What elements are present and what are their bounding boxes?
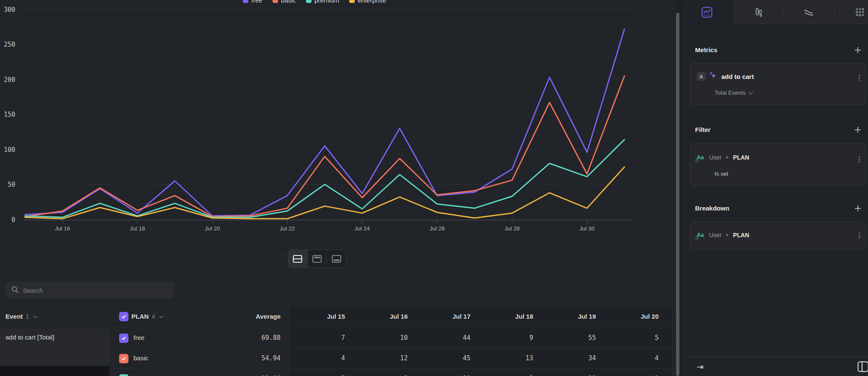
- row-label: basic: [134, 354, 148, 362]
- split-panel-icon[interactable]: [857, 361, 868, 374]
- date-column-header: Jul 19: [545, 310, 596, 323]
- header-divider: [0, 328, 673, 328]
- x-axis-tick-label: Jul 20: [205, 225, 220, 232]
- panel-resize-scrollbar[interactable]: [676, 13, 679, 376]
- layout-switcher: [288, 250, 346, 268]
- layout-table-bottom-button[interactable]: [327, 250, 346, 267]
- right-sidebar: Metrics A add to cart Total Events Filte…: [681, 0, 868, 376]
- chevron-right-icon: [726, 233, 729, 237]
- x-axis-tick-label: Jul 22: [280, 225, 295, 232]
- average-value: 54.94: [234, 354, 281, 362]
- main-panel: freebasicpremiumenterprise 0501001502002…: [0, 0, 676, 376]
- breakdown-card[interactable]: Aa User PLAN: [690, 222, 867, 250]
- tab-line-chart[interactable]: [701, 7, 712, 18]
- breakdown-entity: User: [709, 232, 722, 239]
- row-checkbox-free[interactable]: [119, 334, 128, 343]
- date-column-header: Jul 15: [294, 310, 345, 323]
- cell-value: 7: [298, 334, 345, 342]
- row-divider: [113, 348, 673, 348]
- tab-chart-grid[interactable]: [854, 7, 865, 18]
- y-axis-tick-label: 200: [4, 76, 15, 84]
- cell-value: 9: [487, 334, 533, 342]
- x-axis-tick-label: Jul 26: [429, 225, 445, 232]
- add-metric-button[interactable]: [854, 46, 862, 55]
- bar-chart-icon: [753, 7, 764, 18]
- filter-entity: User: [709, 154, 722, 161]
- string-property-icon: Aa: [697, 154, 705, 161]
- breakdown-property: PLAN: [733, 232, 749, 239]
- table-column-divider: [289, 306, 290, 376]
- plan-column-header[interactable]: PLAN 4: [119, 310, 163, 323]
- chevron-down-icon: [748, 90, 753, 94]
- metric-event-name: add to cart: [721, 73, 754, 80]
- row-checkbox-premium[interactable]: [119, 374, 128, 376]
- measurement-dropdown[interactable]: Total Events: [715, 90, 752, 96]
- cell-value: 44: [424, 334, 470, 342]
- filter-card[interactable]: Aa User PLAN Is set: [690, 143, 867, 186]
- date-column-header: Jul 16: [357, 310, 408, 323]
- layout-split-rows-button[interactable]: [288, 250, 308, 267]
- x-axis-tick-label: Jul 16: [55, 225, 70, 232]
- cell-value: 13: [487, 354, 533, 362]
- event-cell-label: add to cart [Total]: [6, 331, 54, 344]
- search-box: [6, 282, 174, 299]
- cell-value: 5: [612, 334, 659, 342]
- plan-select-all-checkbox[interactable]: [119, 312, 128, 321]
- cell-value: 4: [298, 354, 345, 362]
- series-line-free: [25, 29, 624, 216]
- search-icon: [11, 286, 19, 295]
- series-line-enterprise: [25, 167, 624, 219]
- chevron-down-icon: [159, 314, 164, 318]
- line-chart-icon: [701, 7, 712, 18]
- event-click-icon: [709, 72, 718, 81]
- layout-chart-top-button[interactable]: [308, 250, 327, 267]
- filter-menu-button[interactable]: [856, 155, 862, 164]
- table-right-divider: [673, 306, 673, 376]
- cell-value: 12: [361, 354, 408, 362]
- average-column-header: Average: [196, 310, 281, 323]
- average-value: 69.88: [234, 334, 281, 342]
- chart-grid-icon: [854, 7, 865, 18]
- x-axis-tick-label: Jul 18: [130, 225, 145, 232]
- breakdown-section-title: Breakdown: [695, 205, 729, 212]
- metric-card[interactable]: A add to cart Total Events: [690, 63, 867, 105]
- metrics-section-title: Metrics: [695, 46, 718, 53]
- string-property-icon: Aa: [697, 231, 705, 239]
- line-chart: 050100150200250300Jul 16Jul 18Jul 20Jul …: [0, 0, 676, 238]
- filter-condition[interactable]: Is set: [715, 171, 728, 177]
- sidebar-bottom-bar: ⇥: [682, 356, 868, 376]
- plan-count: 4: [152, 310, 155, 323]
- metric-letter-badge: A: [697, 72, 706, 81]
- date-column-header: Jul 18: [482, 310, 533, 323]
- chevron-right-icon: [726, 156, 729, 159]
- y-axis-tick-label: 100: [4, 146, 15, 154]
- x-axis-tick-label: Jul 24: [355, 225, 370, 232]
- filter-section-title: Filter: [695, 126, 711, 133]
- flow-chart-icon: [803, 7, 814, 18]
- measurement-label: Total Events: [715, 90, 746, 96]
- tab-flow-chart[interactable]: [803, 7, 814, 18]
- event-column-gap: [0, 366, 109, 376]
- add-breakdown-button[interactable]: [854, 205, 862, 213]
- cell-value: 55: [549, 334, 596, 342]
- date-column-header: Jul 17: [420, 310, 470, 323]
- cell-value: 10: [361, 334, 408, 342]
- tab-separator: [835, 5, 835, 19]
- event-column-header[interactable]: Event 1: [6, 310, 37, 323]
- filter-property: PLAN: [733, 154, 749, 161]
- row-checkbox-basic[interactable]: [119, 354, 128, 363]
- tab-bar-chart[interactable]: [753, 7, 764, 18]
- metric-menu-button[interactable]: [856, 73, 862, 82]
- y-axis-tick-label: 250: [4, 41, 15, 48]
- cell-value: 45: [424, 354, 470, 362]
- chevron-down-icon: [33, 314, 38, 318]
- y-axis-tick-label: 150: [4, 111, 15, 118]
- cell-value: 4: [612, 354, 659, 362]
- breakdown-menu-button[interactable]: [856, 231, 862, 240]
- collapse-sidebar-icon[interactable]: ⇥: [697, 362, 704, 371]
- cell-value: 34: [549, 354, 596, 362]
- search-input[interactable]: [23, 287, 159, 294]
- y-axis-tick-label: 300: [4, 6, 15, 14]
- add-filter-button[interactable]: [854, 126, 862, 135]
- event-count: 1: [26, 310, 29, 323]
